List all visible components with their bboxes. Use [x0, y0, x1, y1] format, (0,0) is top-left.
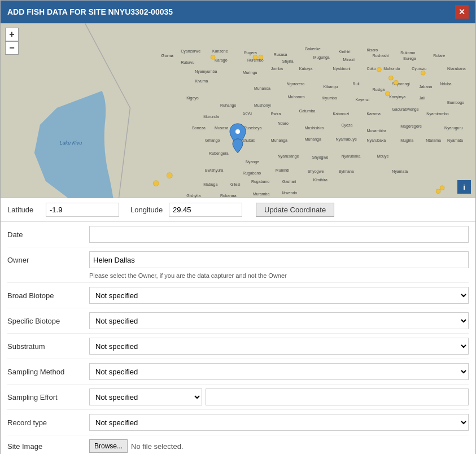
svg-text:Muhanga: Muhanga	[271, 138, 287, 143]
svg-text:Nyamyumba: Nyamyumba	[195, 69, 217, 74]
svg-text:Gashari: Gashari	[282, 180, 296, 184]
svg-text:Muhanga: Muhanga	[305, 137, 321, 142]
svg-text:Jali: Jali	[419, 96, 425, 100]
latitude-input[interactable]	[46, 203, 119, 217]
svg-text:Bumbogo: Bumbogo	[447, 101, 464, 105]
map-svg: Goma Cyanzarwe Kanzene Rugera Rusasa Gak…	[1, 23, 475, 198]
sampling-effort-row: Sampling Effort Not specified	[7, 385, 469, 410]
sampling-method-select[interactable]: Not specified	[89, 363, 469, 380]
svg-text:Bwishyura: Bwishyura	[205, 168, 223, 173]
longitude-input[interactable]	[169, 203, 242, 217]
svg-text:Murunda: Murunda	[203, 115, 219, 119]
svg-point-108	[167, 173, 172, 178]
svg-text:Kiyumba: Kiyumba	[322, 96, 337, 101]
record-type-select[interactable]: Not specified	[89, 414, 469, 431]
svg-text:Nyamata: Nyamata	[392, 169, 408, 174]
sampling-effort-number[interactable]	[206, 388, 469, 405]
record-type-label: Record type	[7, 418, 89, 427]
date-input[interactable]	[89, 226, 469, 243]
svg-text:Ndaro: Ndaro	[278, 121, 289, 125]
svg-text:Kanyinya: Kanyinya	[389, 95, 405, 99]
svg-text:Kibangu: Kibangu	[324, 85, 338, 89]
svg-point-106	[436, 189, 440, 194]
coordinate-row: Latitude Longitude Update Coordinate	[1, 198, 475, 222]
owner-hint: Please select the Owner, if you are the …	[7, 272, 469, 283]
svg-text:Rukarara: Rukarara	[220, 194, 237, 198]
sampling-method-label: Sampling Method	[7, 368, 89, 376]
zoom-in-button[interactable]: +	[5, 28, 19, 41]
broad-biotope-select[interactable]: Not specified	[89, 287, 469, 304]
substratum-row: Substratum Not specified	[7, 334, 469, 359]
svg-text:Ntarabana: Ntarabana	[447, 67, 466, 71]
svg-text:Mbuye: Mbuye	[377, 154, 388, 159]
svg-text:Cyeza: Cyeza	[342, 123, 353, 128]
svg-text:Gacurabwenge: Gacurabwenge	[392, 107, 418, 112]
svg-text:Sovu: Sovu	[243, 111, 252, 115]
svg-text:Nyamirambo: Nyamirambo	[426, 112, 449, 116]
add-fish-dialog: ADD FISH DATA FOR SITE NNYU3302-00035 ✕ …	[0, 0, 476, 454]
svg-text:Karago: Karago	[215, 58, 228, 63]
record-type-row: Record type Not specified	[7, 410, 469, 435]
svg-text:Ntarama: Ntarama	[426, 138, 441, 142]
svg-text:Cyuruzu: Cyuruzu	[412, 67, 426, 71]
svg-text:Mageregere: Mageregere	[400, 124, 422, 129]
svg-text:Rusasa: Rusasa	[274, 53, 287, 56]
specific-biotope-label: Specific Biotope	[7, 317, 89, 325]
svg-text:Shyira: Shyira	[282, 59, 294, 64]
dialog-title: ADD FISH DATA FOR SITE NNYU3302-00035	[7, 7, 173, 16]
svg-text:Muringa: Muringa	[243, 71, 257, 75]
svg-text:Rugabano: Rugabano	[243, 171, 261, 176]
svg-text:Mugina: Mugina	[400, 138, 413, 143]
svg-text:Nyamabuye: Nyamabuye	[336, 137, 357, 142]
svg-text:Gihango: Gihango	[205, 138, 220, 143]
longitude-label: Longitude	[130, 206, 164, 214]
svg-text:Nyange: Nyange	[246, 160, 259, 164]
specific-biotope-select[interactable]: Not specified	[89, 312, 469, 329]
owner-input[interactable]	[89, 251, 469, 268]
svg-text:Mabuga: Mabuga	[203, 182, 217, 187]
svg-text:Kayenzi: Kayenzi	[356, 98, 370, 102]
svg-point-109	[153, 181, 159, 186]
svg-text:Ruli: Ruli	[353, 82, 360, 86]
svg-text:Nduba: Nduba	[440, 82, 452, 86]
svg-text:Karama: Karama	[366, 112, 381, 116]
map-info-button[interactable]: i	[457, 180, 471, 194]
svg-text:Gishyita: Gishyita	[186, 194, 200, 198]
svg-text:Muhanda: Muhanda	[254, 86, 270, 90]
substratum-label: Substratum	[7, 342, 89, 351]
svg-point-107	[440, 186, 444, 190]
browse-button[interactable]: Browse...	[89, 439, 128, 453]
svg-text:Kinihiri: Kinihiri	[339, 50, 351, 54]
svg-text:Nyaruguru: Nyaruguru	[444, 126, 463, 130]
svg-text:Rushashi: Rushashi	[372, 54, 389, 58]
svg-text:Gilesi: Gilesi	[230, 182, 241, 186]
substratum-select[interactable]: Not specified	[89, 338, 469, 355]
close-button[interactable]: ✕	[455, 5, 469, 19]
svg-text:Nyamata: Nyamata	[447, 138, 463, 143]
svg-text:Mwendo: Mwendo	[282, 191, 297, 195]
sampling-effort-select[interactable]: Not specified	[89, 388, 202, 405]
broad-biotope-label: Broad Biotope	[7, 291, 89, 300]
svg-text:Burega: Burega	[403, 56, 416, 61]
svg-text:Rugabano: Rugabano	[251, 180, 269, 184]
svg-text:Goma: Goma	[161, 53, 173, 58]
svg-text:Minazi: Minazi	[343, 58, 355, 62]
zoom-out-button[interactable]: −	[5, 41, 19, 55]
svg-point-101	[388, 76, 393, 80]
svg-text:Lake Kivu: Lake Kivu	[60, 140, 82, 146]
svg-text:Muhondo: Muhondo	[383, 67, 400, 71]
svg-text:Gakenke: Gakenke	[305, 47, 321, 51]
site-image-label: Site Image	[7, 442, 89, 451]
update-coordinate-button[interactable]: Update Coordinate	[256, 203, 334, 217]
svg-text:Mushonyi: Mushonyi	[254, 103, 271, 108]
svg-text:Jabana: Jabana	[419, 85, 432, 89]
file-input-container: Browse... No file selected.	[89, 439, 184, 453]
svg-text:Munindi: Munindi	[276, 168, 290, 172]
site-image-row: Site Image Browse... No file selected.	[7, 435, 469, 454]
svg-point-99	[259, 55, 263, 59]
svg-point-103	[421, 71, 425, 75]
svg-text:Cyanzarwe: Cyanzarwe	[181, 49, 200, 54]
svg-text:Shyogwe: Shyogwe	[312, 155, 329, 160]
svg-point-100	[377, 67, 381, 72]
date-row: Date	[7, 222, 469, 247]
